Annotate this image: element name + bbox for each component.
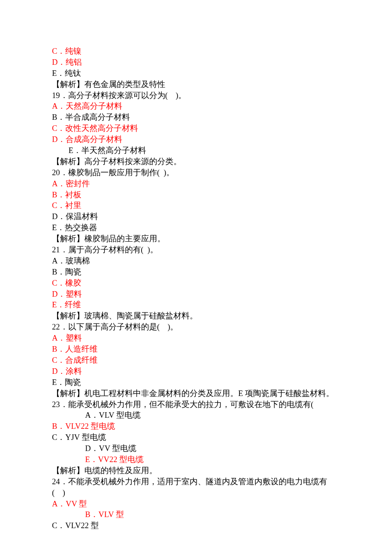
text-line: B．VLV 型 [52, 509, 340, 520]
text-line: 【解析】机电工程材料中非金属材料的分类及应用。E 项陶瓷属于硅酸盐材料。 [52, 388, 340, 399]
text-line: C．YJV 型电缆 [52, 432, 340, 443]
text-line: 22．以下属于高分子材料的是( )。 [52, 322, 340, 333]
text-line: B．衬板 [52, 190, 340, 201]
text-line: 20．橡胶制品一般应用于制作( )。 [52, 168, 340, 179]
text-line: 【解析】玻璃棉、陶瓷属于硅酸盐材料。 [52, 311, 340, 322]
text-line: A．玻璃棉 [52, 256, 340, 267]
text-line: E．纤维 [52, 300, 340, 311]
text-line: D．保温材料 [52, 211, 340, 223]
text-line: C．衬里 [52, 200, 340, 211]
text-line: A．塑料 [52, 333, 340, 344]
text-line: C．VLV22 型 [52, 520, 340, 532]
text-line: 24．不能承受机械外力作用，适用于室内、隧道内及管道内敷设的电力电缆有 [52, 477, 340, 488]
text-line: E．陶瓷 [52, 377, 340, 388]
text-line: 21．属于高分子材料的有( )。 [52, 245, 340, 256]
text-line: E．半天然高分子材料 [52, 145, 340, 156]
document-page: C．纯镍D．纯铝E．纯钛【解析】有色金属的类型及特性19．高分子材料按来源可以分… [0, 0, 392, 532]
text-line: D．VV 型电缆 [52, 443, 340, 454]
text-line: 【解析】有色金属的类型及特性 [52, 79, 340, 90]
text-line: E．热交换器 [52, 223, 340, 234]
text-line: D．涂料 [52, 366, 340, 377]
text-line: 23．能承受机械外力作用，但不能承受大的拉力，可敷设在地下的电缆有( [52, 399, 340, 410]
text-line: A．VLV 型电缆 [52, 410, 340, 421]
document-body: C．纯镍D．纯铝E．纯钛【解析】有色金属的类型及特性19．高分子材料按来源可以分… [52, 46, 340, 532]
text-line: D．纯铝 [52, 57, 340, 68]
text-line: 【解析】高分子材料按来源的分类。 [52, 156, 340, 168]
text-line: B．VLV22 型电缆 [52, 421, 340, 432]
text-line: C．橡胶 [52, 278, 340, 289]
text-line: E．纯钛 [52, 68, 340, 79]
text-line: C．纯镍 [52, 46, 340, 57]
text-line: ( ) [52, 488, 340, 499]
text-line: B．陶瓷 [52, 267, 340, 278]
text-line: B．半合成高分子材料 [52, 112, 340, 123]
text-line: A．密封件 [52, 179, 340, 190]
text-line: 【解析】电缆的特性及应用。 [52, 465, 340, 477]
text-line: C．改性天然高分子材料 [52, 123, 340, 134]
text-line: D．塑料 [52, 289, 340, 300]
text-line: B．人造纤维 [52, 344, 340, 355]
text-line: 19．高分子材料按来源可以分为( )。 [52, 90, 340, 101]
text-line: C．合成纤维 [52, 355, 340, 366]
text-line: E．VV22 型电缆 [52, 454, 340, 465]
text-line: A．天然高分子材料 [52, 101, 340, 112]
text-line: D．合成高分子材料 [52, 134, 340, 145]
text-line: A．VV 型 [52, 499, 340, 510]
text-line: 【解析】橡胶制品的主要应用。 [52, 234, 340, 245]
